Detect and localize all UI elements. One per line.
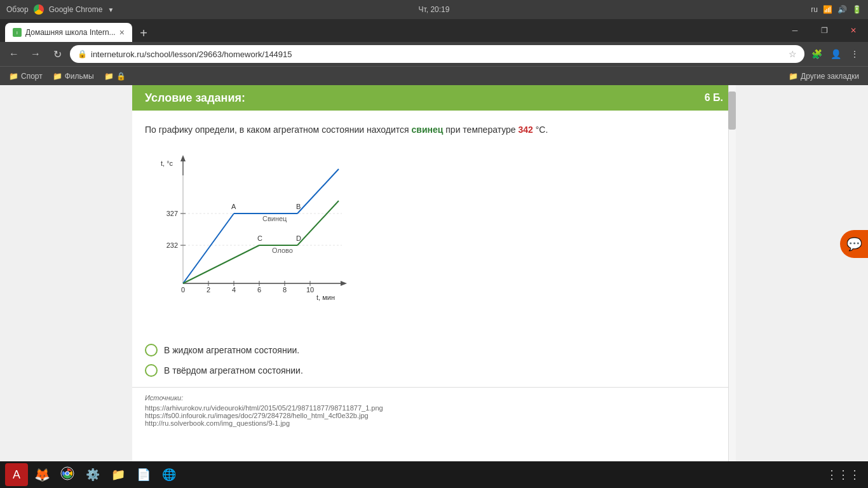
temperature-highlight: 342 <box>519 125 533 135</box>
extensions-icon[interactable]: 🧩 <box>808 46 825 62</box>
lock-bookmark-icon: 📁 <box>104 72 114 81</box>
menu-icon[interactable]: ⋮ <box>846 46 863 62</box>
other-bookmarks[interactable]: 📁 Другие закладки <box>785 71 863 82</box>
title-bar-left: Обзор Google Chrome ▼ <box>6 4 114 15</box>
bookmark-films-label: Фильмы <box>65 72 94 81</box>
svg-text:D: D <box>296 234 301 242</box>
taskbar-browser-2[interactable]: 🌐 <box>158 463 180 486</box>
window-controls: ─ ❐ ✕ <box>780 19 868 42</box>
svg-text:10: 10 <box>306 286 314 294</box>
other-bookmarks-label: Другие закладки <box>801 72 859 81</box>
svg-text:4: 4 <box>232 286 236 294</box>
bookmark-lock[interactable]: 📁 🔒 <box>100 71 130 82</box>
svg-text:t, °с: t, °с <box>161 159 173 167</box>
task-body: По графику определи, в каком агрегатном … <box>132 111 736 334</box>
substance-highlight: свинец <box>412 125 444 135</box>
task-header-title: Условие задания: <box>145 92 245 105</box>
lock-icon: 🔒 <box>78 50 87 58</box>
battery-icon: 🔋 <box>852 5 862 14</box>
chrome-icon <box>34 4 44 15</box>
desc-before: По графику определи, в каком агрегатном … <box>145 125 409 135</box>
radio-liquid[interactable] <box>145 344 158 356</box>
feedback-button[interactable]: 💬 <box>840 230 868 258</box>
source-1: https://arhivurokov.ru/videouroki/html/2… <box>145 404 723 412</box>
radio-solid[interactable] <box>145 364 158 377</box>
task-header: Условие задания: 6 Б. <box>132 85 736 111</box>
bookmark-sport[interactable]: 📁 Спорт <box>5 71 46 82</box>
desc-after: °С. <box>536 125 548 135</box>
chrome-label: Google Chrome <box>49 5 103 14</box>
bookmark-sport-label: Спорт <box>21 72 43 81</box>
option-solid[interactable]: В твёрдом агрегатном состоянии. <box>145 364 723 377</box>
title-bar: Обзор Google Chrome ▼ Чт, 20:19 ru 📶 🔊 🔋 <box>0 0 868 19</box>
back-button[interactable]: ← <box>5 45 23 63</box>
scrollbar[interactable] <box>728 85 736 461</box>
svg-text:A: A <box>231 203 236 210</box>
svg-line-25 <box>183 214 234 283</box>
docs-icon: 📄 <box>137 468 151 482</box>
refresh-button[interactable]: ↻ <box>48 45 66 63</box>
desc-middle: при температуре <box>445 125 515 135</box>
page-content: Условие задания: 6 Б. По графику определ… <box>0 85 868 461</box>
files-icon: 📁 <box>111 468 125 482</box>
content-wrapper: Условие задания: 6 Б. По графику определ… <box>132 85 736 461</box>
url-box[interactable]: 🔒 interneturok.ru/school/lesson/29663/ho… <box>70 45 804 63</box>
forward-button[interactable]: → <box>27 45 44 63</box>
svg-text:8: 8 <box>283 286 287 294</box>
bookmark-films[interactable]: 📁 Фильмы <box>49 71 98 82</box>
browser-2-icon: 🌐 <box>162 468 176 482</box>
option-liquid[interactable]: В жидком агрегатном состоянии. <box>145 344 723 356</box>
svg-text:Свинец: Свинец <box>262 215 287 222</box>
scrollbar-thumb[interactable] <box>728 92 736 130</box>
lang-label: ru <box>811 5 818 14</box>
title-bar-time: Чт, 20:19 <box>419 5 450 14</box>
close-button[interactable]: ✕ <box>839 19 868 42</box>
taskbar-app-1[interactable]: A <box>5 463 28 486</box>
address-bar: ← → ↻ 🔒 interneturok.ru/school/lesson/29… <box>0 42 868 66</box>
svg-text:232: 232 <box>166 241 178 249</box>
svg-marker-3 <box>180 155 186 161</box>
taskbar-right: ⋮⋮⋮ <box>824 465 863 484</box>
taskbar: A 🦊 ⚙️ 📁 📄 🌐 ⋮⋮⋮ <box>0 461 868 488</box>
dropdown-chevron: ▼ <box>107 6 114 13</box>
svg-text:6: 6 <box>257 286 261 294</box>
minimize-button[interactable]: ─ <box>780 19 810 42</box>
answer-options: В жидком агрегатном состоянии. В твёрдом… <box>132 334 736 387</box>
taskbar-settings[interactable]: ⚙️ <box>81 463 104 486</box>
svg-line-28 <box>183 245 259 283</box>
taskbar-docs[interactable]: 📄 <box>132 463 155 486</box>
svg-text:t, мин: t, мин <box>316 294 335 301</box>
svg-text:Олово: Олово <box>272 247 293 254</box>
folder-icon: 📁 <box>9 72 18 81</box>
bookmarks-bar: 📁 Спорт 📁 Фильмы 📁 🔒 📁 Другие закладки <box>0 66 868 85</box>
restore-button[interactable]: ❐ <box>810 19 839 42</box>
taskbar-files[interactable]: 📁 <box>107 463 130 486</box>
tab-bar: i Домашняя школа Intern... × + ─ ❐ ✕ <box>0 19 868 42</box>
task-description: По графику определи, в каком агрегатном … <box>145 123 723 137</box>
sources-title: Источники: <box>145 394 723 402</box>
taskbar-firefox[interactable]: 🦊 <box>31 463 53 486</box>
bookmark-star-icon[interactable]: ☆ <box>789 49 797 59</box>
source-3: http://ru.solverbook.com/img_questions/9… <box>145 419 723 427</box>
app-1-icon: A <box>13 468 20 482</box>
svg-text:C: C <box>257 234 262 242</box>
app-label: Обзор <box>6 5 29 14</box>
bookmark-lock-label: 🔒 <box>116 72 126 81</box>
svg-text:B: B <box>296 203 301 210</box>
svg-point-39 <box>66 471 69 475</box>
volume-icon: 🔊 <box>837 5 847 14</box>
task-points: 6 Б. <box>705 92 723 104</box>
taskbar-chrome-icon <box>60 466 74 484</box>
toolbar-icons: 🧩 👤 ⋮ <box>808 46 863 62</box>
profile-icon[interactable]: 👤 <box>827 46 844 62</box>
tab-favicon: i <box>13 28 22 37</box>
other-bookmarks-folder-icon: 📁 <box>789 72 798 81</box>
tab-close-button[interactable]: × <box>119 27 125 37</box>
new-tab-button[interactable]: + <box>135 24 153 42</box>
taskbar-chrome[interactable] <box>56 463 79 486</box>
svg-marker-5 <box>341 281 347 286</box>
taskbar-apps-grid[interactable]: ⋮⋮⋮ <box>824 465 863 484</box>
option-solid-label: В твёрдом агрегатном состоянии. <box>164 365 303 376</box>
active-tab[interactable]: i Домашняя школа Intern... × <box>5 23 132 42</box>
svg-text:327: 327 <box>166 210 178 217</box>
